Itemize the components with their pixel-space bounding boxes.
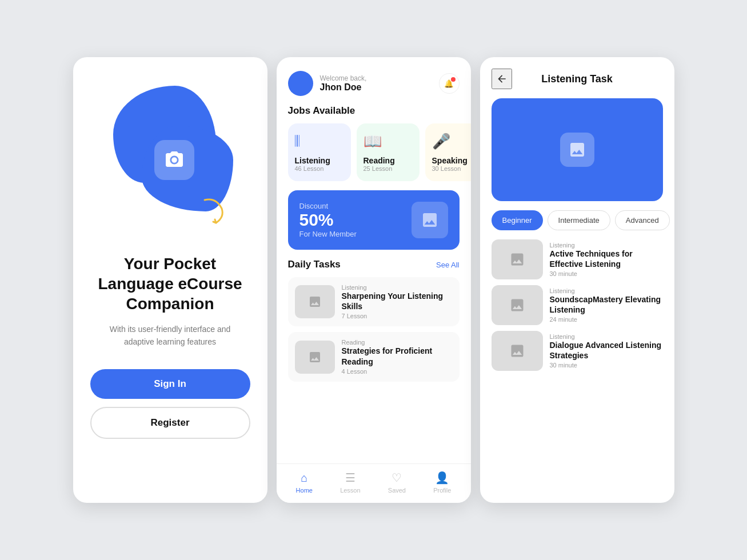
task-thumb-icon-2 bbox=[308, 350, 322, 364]
lesson-duration-1: 30 minute bbox=[550, 270, 663, 277]
camera-icon-wrap bbox=[154, 140, 194, 180]
lesson-info-2: Listening SoundscapMastery Elevating Lis… bbox=[550, 287, 663, 323]
job-name-listening: Listening bbox=[295, 156, 330, 165]
lesson-category-1: Listening bbox=[550, 242, 663, 249]
job-lessons-listening: 46 Lesson bbox=[295, 165, 324, 172]
job-card-reading[interactable]: 📖 Reading 25 Lesson bbox=[357, 123, 420, 181]
listening-task-header: Listening Task bbox=[480, 57, 674, 98]
lesson-thumb-icon-2 bbox=[509, 297, 525, 313]
jobs-section-title: Jobs Available bbox=[277, 105, 471, 123]
lesson-card-1[interactable]: Listening Active Techniques for Effectiv… bbox=[492, 239, 663, 279]
welcome-text: Welcome back, Jhon Doe bbox=[320, 74, 439, 93]
lesson-card-2[interactable]: Listening SoundscapMastery Elevating Lis… bbox=[492, 285, 663, 325]
nav-saved[interactable]: ♡ Saved bbox=[388, 471, 406, 494]
discount-member: For New Member bbox=[299, 230, 357, 238]
lesson-name-3: Dialogue Advanced Listening Strategies bbox=[550, 340, 663, 361]
task-thumb-icon-1 bbox=[308, 295, 322, 309]
job-card-speaking[interactable]: 🎤 Speaking 30 Lesson bbox=[425, 123, 471, 181]
notification-button[interactable]: 🔔 bbox=[439, 73, 460, 94]
task-list: Listening Sharpening Your Listening Skil… bbox=[277, 277, 471, 463]
task-category-2: Reading bbox=[342, 339, 453, 346]
listening-icon: 𝄁𝄁 bbox=[295, 133, 299, 150]
task-card-reading[interactable]: Reading Strategies for Proficient Readin… bbox=[288, 332, 460, 381]
task-info-2: Reading Strategies for Proficient Readin… bbox=[342, 339, 453, 374]
listening-task-title: Listening Task bbox=[512, 73, 642, 85]
discount-percent: 50% bbox=[299, 210, 357, 230]
lesson-info-3: Listening Dialogue Advanced Listening St… bbox=[550, 333, 663, 369]
job-name-reading: Reading bbox=[363, 156, 395, 165]
lesson-list: Listening Active Techniques for Effectiv… bbox=[480, 239, 674, 503]
daily-header: Daily Tasks See All bbox=[277, 259, 471, 277]
home-header: Welcome back, Jhon Doe 🔔 bbox=[277, 57, 471, 105]
task-thumbnail-2 bbox=[295, 341, 335, 374]
nav-lesson[interactable]: ☰ Lesson bbox=[340, 471, 360, 494]
task-info-1: Listening Sharpening Your Listening Skil… bbox=[342, 284, 453, 319]
speaking-icon: 🎤 bbox=[432, 133, 450, 150]
discount-banner[interactable]: Discount 50% For New Member bbox=[288, 190, 460, 250]
register-button[interactable]: Register bbox=[90, 407, 250, 439]
jobs-grid: 𝄁𝄁 Listening 46 Lesson 📖 Reading 25 Less… bbox=[277, 123, 471, 190]
lesson-category-2: Listening bbox=[550, 287, 663, 294]
saved-icon: ♡ bbox=[392, 471, 402, 485]
lesson-info-1: Listening Active Techniques for Effectiv… bbox=[550, 242, 663, 277]
lesson-card-3[interactable]: Listening Dialogue Advanced Listening St… bbox=[492, 331, 663, 371]
filter-beginner[interactable]: Beginner bbox=[492, 210, 543, 230]
lesson-thumbnail-1 bbox=[492, 239, 543, 279]
job-lessons-speaking: 30 Lesson bbox=[432, 165, 461, 172]
discount-text: Discount 50% For New Member bbox=[299, 202, 357, 238]
landing-screen: Your Pocket Language eCourse Companion W… bbox=[73, 57, 267, 503]
discount-image-icon bbox=[421, 211, 439, 229]
discount-label: Discount bbox=[299, 202, 357, 210]
lesson-thumb-icon-3 bbox=[509, 343, 525, 359]
nav-profile[interactable]: 👤 Profile bbox=[433, 471, 451, 494]
reading-icon: 📖 bbox=[363, 133, 382, 150]
lesson-icon: ☰ bbox=[345, 471, 355, 485]
signin-button[interactable]: Sign In bbox=[90, 369, 250, 399]
job-lessons-reading: 25 Lesson bbox=[363, 165, 393, 172]
avatar bbox=[288, 71, 313, 96]
filter-intermediate[interactable]: Intermediate bbox=[548, 210, 610, 230]
filter-advanced[interactable]: Advanced bbox=[615, 210, 670, 230]
task-name-1: Sharpening Your Listening Skills bbox=[342, 291, 453, 311]
lesson-duration-2: 24 minute bbox=[550, 316, 663, 323]
landing-subtitle: With its user-friendly interface and ada… bbox=[90, 323, 250, 349]
home-icon: ⌂ bbox=[301, 471, 307, 485]
nav-home[interactable]: ⌂ Home bbox=[296, 471, 313, 494]
task-category-1: Listening bbox=[342, 284, 453, 291]
hero-placeholder bbox=[560, 133, 594, 167]
task-lessons-2: 4 Lesson bbox=[342, 368, 453, 375]
profile-icon: 👤 bbox=[435, 471, 449, 485]
task-thumbnail-1 bbox=[295, 285, 335, 318]
lesson-category-3: Listening bbox=[550, 333, 663, 340]
task-card-listening[interactable]: Listening Sharpening Your Listening Skil… bbox=[288, 277, 460, 326]
nav-lesson-label: Lesson bbox=[340, 487, 360, 494]
lesson-name-1: Active Techniques for Effective Listenin… bbox=[550, 249, 663, 269]
illustration bbox=[96, 80, 245, 240]
discount-image-placeholder bbox=[412, 202, 448, 238]
welcome-name: Jhon Doe bbox=[320, 82, 439, 93]
camera-icon bbox=[164, 150, 185, 170]
nav-home-label: Home bbox=[296, 487, 313, 494]
job-card-listening[interactable]: 𝄁𝄁 Listening 46 Lesson bbox=[288, 123, 351, 181]
filter-tabs: Beginner Intermediate Advanced bbox=[480, 210, 674, 239]
bottom-nav: ⌂ Home ☰ Lesson ♡ Saved 👤 Profile bbox=[277, 463, 471, 503]
lesson-thumbnail-2 bbox=[492, 285, 543, 325]
home-screen: Welcome back, Jhon Doe 🔔 Jobs Available … bbox=[277, 57, 471, 503]
listening-task-screen: Listening Task Beginner Intermediate Adv… bbox=[480, 57, 674, 503]
see-all-button[interactable]: See All bbox=[436, 261, 459, 269]
lesson-name-2: SoundscapMastery Elevating Listening bbox=[550, 294, 663, 315]
lesson-duration-3: 30 minute bbox=[550, 362, 663, 369]
welcome-sub: Welcome back, bbox=[320, 74, 439, 82]
notification-dot bbox=[451, 77, 456, 82]
hero-image-icon bbox=[568, 141, 586, 159]
hero-image bbox=[492, 98, 663, 201]
lesson-thumbnail-3 bbox=[492, 331, 543, 371]
nav-profile-label: Profile bbox=[433, 487, 451, 494]
lesson-thumb-icon-1 bbox=[509, 251, 525, 267]
back-button[interactable] bbox=[492, 69, 512, 89]
nav-saved-label: Saved bbox=[388, 487, 406, 494]
task-name-2: Strategies for Proficient Reading bbox=[342, 346, 453, 366]
back-arrow-icon bbox=[496, 73, 508, 85]
arrow-decoration bbox=[199, 194, 233, 229]
daily-section-title: Daily Tasks bbox=[288, 259, 341, 270]
